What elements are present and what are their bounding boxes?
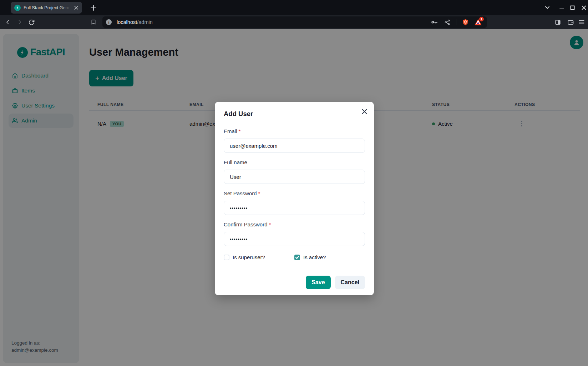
hamburger-menu-icon[interactable] — [577, 18, 586, 26]
checkbox-unchecked-icon[interactable] — [224, 255, 229, 260]
tab-search-chevron-icon[interactable] — [542, 2, 552, 12]
key-icon[interactable] — [430, 18, 438, 26]
share-icon[interactable] — [443, 18, 451, 26]
titlebar: Full Stack Project Genera — [0, 0, 588, 15]
confirm-password-field[interactable] — [224, 232, 365, 246]
is-superuser-checkbox[interactable]: Is superuser? — [224, 254, 294, 260]
reload-button[interactable] — [27, 18, 36, 26]
set-password-field[interactable] — [224, 201, 365, 215]
set-password-field-group: Set Password* — [224, 190, 365, 215]
back-button[interactable] — [4, 18, 12, 26]
window-minimize-button[interactable] — [557, 2, 567, 12]
url-text: localhost/admin — [117, 19, 425, 25]
is-active-checkbox[interactable]: Is active? — [294, 254, 365, 260]
required-marker: * — [258, 190, 260, 196]
tab-close-icon[interactable] — [73, 5, 79, 11]
modal-footer: Save Cancel — [224, 276, 365, 289]
wallet-icon[interactable] — [566, 18, 575, 26]
toolbar-divider — [456, 19, 456, 25]
modal-title: Add User — [224, 110, 365, 118]
window-maximize-button[interactable] — [567, 2, 577, 12]
new-tab-button[interactable] — [88, 3, 98, 13]
url-bar[interactable]: i localhost/admin — [102, 16, 487, 28]
cancel-button[interactable]: Cancel — [335, 276, 365, 289]
browser-window: Full Stack Project Genera — [0, 0, 588, 366]
full-name-field[interactable] — [224, 170, 365, 184]
bookmark-icon[interactable] — [89, 18, 98, 26]
required-marker: * — [239, 128, 241, 134]
full-name-field-group: Full name — [224, 159, 365, 184]
window-close-button[interactable] — [579, 2, 588, 12]
brave-rewards-icon[interactable]: 1 — [474, 18, 482, 26]
save-button[interactable]: Save — [306, 276, 330, 289]
browser-toolbar: i localhost/admin — [0, 15, 588, 29]
email-label: Email* — [224, 128, 365, 135]
checkbox-row: Is superuser? Is active? — [224, 254, 365, 260]
tab-title: Full Stack Project Genera — [24, 5, 70, 10]
set-password-label: Set Password* — [224, 190, 365, 197]
email-field[interactable] — [224, 139, 365, 153]
email-field-group: Email* — [224, 128, 365, 153]
confirm-password-label: Confirm Password* — [224, 221, 365, 229]
required-marker: * — [269, 221, 271, 227]
forward-button[interactable] — [15, 18, 24, 26]
add-user-modal: Add User Email* Full name Set Password* … — [215, 102, 374, 295]
rewards-notification-badge: 1 — [479, 17, 484, 21]
url-path: /admin — [137, 19, 153, 25]
sidebar-panel-icon[interactable] — [553, 18, 562, 26]
site-info-icon[interactable]: i — [106, 19, 112, 25]
url-host: localhost — [117, 19, 137, 25]
is-superuser-label: Is superuser? — [233, 254, 265, 260]
fastapi-favicon-icon — [14, 5, 21, 11]
confirm-password-field-group: Confirm Password* — [224, 221, 365, 246]
browser-tab[interactable]: Full Stack Project Genera — [11, 2, 82, 14]
page-content: FastAPI Dashboard Items User Settings A — [0, 29, 588, 366]
checkbox-checked-icon[interactable] — [294, 255, 300, 260]
is-active-label: Is active? — [303, 254, 326, 260]
full-name-label: Full name — [224, 159, 365, 166]
brave-shield-icon[interactable] — [461, 18, 469, 26]
modal-close-icon[interactable] — [360, 107, 369, 116]
